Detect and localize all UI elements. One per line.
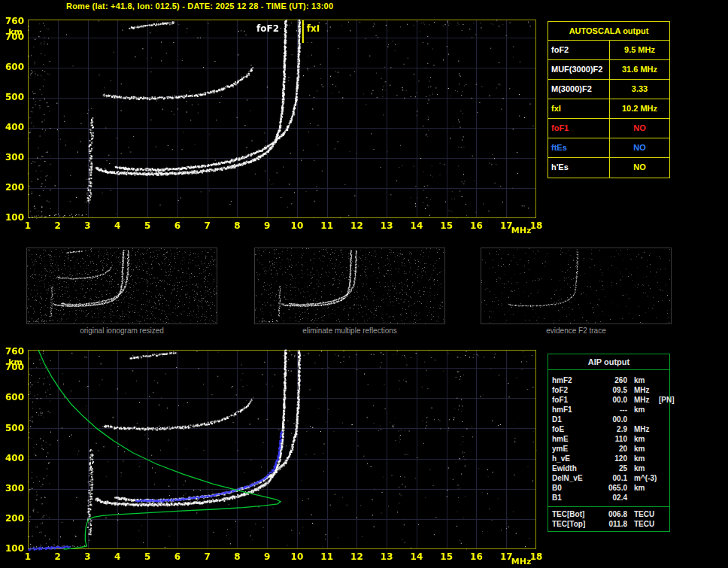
autoscala-output-table: AUTOSCALA output foF2 9.5 MHz MUF(3000)F… xyxy=(548,21,670,178)
aip-label: hmE xyxy=(552,434,599,444)
aip-value: --- xyxy=(599,405,627,415)
aip-value: 110 xyxy=(599,434,627,444)
aip-unit: km xyxy=(634,434,645,444)
aip-value: 006.8 xyxy=(599,509,627,519)
m3000f2-value: 3.33 xyxy=(610,80,669,99)
aip-value: 09.5 xyxy=(599,385,627,395)
muf3000f2-value: 31.6 MHz xyxy=(610,60,669,79)
aip-label: D1 xyxy=(552,415,599,424)
aip-row-hmf2: hmF2260km xyxy=(552,375,669,385)
aip-value: 065.0 xyxy=(599,483,627,493)
aip-value: 00.0 xyxy=(599,395,627,405)
autoscala-window: { "header": { "title": "Rome (lat: +41.8… xyxy=(0,0,728,568)
aip-value: 20 xyxy=(599,444,627,454)
ftes-value: NO xyxy=(610,138,669,157)
aip-unit: km xyxy=(634,375,645,385)
aip-unit: km xyxy=(634,454,645,463)
ftes-label: ftEs xyxy=(548,138,610,157)
m3000f2-label: M(3000)F2 xyxy=(548,80,610,99)
table-row-m3000f2: M(3000)F2 3.33 xyxy=(548,80,669,99)
aip-unit: km xyxy=(634,463,645,473)
thumbnail-original-ionogram xyxy=(26,248,217,324)
table-row-hpes: h'Es NO xyxy=(548,158,669,178)
header-title: Rome (lat: +41.8, lon: 012.5) - DATE: 20… xyxy=(66,2,333,11)
aip-row-fof1: foF100.0MHz[PN] xyxy=(552,395,669,405)
aip-row-b1: B102.4 xyxy=(552,493,669,503)
aip-label: foF1 xyxy=(552,395,599,405)
aip-unit: km xyxy=(634,483,645,493)
aip-unit: km xyxy=(634,444,645,454)
aip-label: h_vE xyxy=(552,454,599,463)
table-row-muf3000f2: MUF(3000)F2 31.6 MHz xyxy=(548,60,669,80)
aip-value: 02.4 xyxy=(599,493,627,503)
aip-row-fof2: foF209.5MHz xyxy=(552,385,669,395)
aip-label: B0 xyxy=(552,483,599,493)
aip-note: [PN] xyxy=(659,395,675,405)
aip-row-hmf1: hmF1---km xyxy=(552,405,669,415)
aip-tec-section: TEC[Bot]006.8TECU TEC[Top]011.8TECU xyxy=(548,506,669,531)
aip-table-title: AIP output xyxy=(548,354,669,370)
aip-unit: MHz xyxy=(634,385,650,395)
aip-row-d1: D100.0 xyxy=(552,415,669,424)
fof1-label: foF1 xyxy=(548,119,610,138)
table-row-ftes: ftEs NO xyxy=(548,138,669,158)
aip-row-tec-top: TEC[Top]011.8TECU xyxy=(552,519,669,529)
aip-row-ewidth: Ewidth25km xyxy=(552,463,669,473)
table-row-fxi: fxI 10.2 MHz xyxy=(548,99,669,119)
table-row-fof1: foF1 NO xyxy=(548,119,669,138)
aip-row-foe: foE2.9MHz xyxy=(552,424,669,434)
aip-unit: km xyxy=(634,405,645,415)
aip-value: 2.9 xyxy=(599,424,627,434)
aip-label: hmF1 xyxy=(552,405,599,415)
fof2-label: foF2 xyxy=(548,41,610,59)
aip-output-table: AIP output hmF2260km foF209.5MHz foF100.… xyxy=(548,354,670,532)
fof1-value: NO xyxy=(610,119,669,138)
aip-unit: MHz xyxy=(634,424,650,434)
aip-row-yme: ymE20km xyxy=(552,444,669,454)
aip-label: ymE xyxy=(552,444,599,454)
aip-label: hmF2 xyxy=(552,375,599,385)
autoscala-table-title: AUTOSCALA output xyxy=(548,22,669,41)
aip-label: foF2 xyxy=(552,385,599,395)
aip-label: DelN_vE xyxy=(552,473,599,483)
hpes-value: NO xyxy=(610,158,669,178)
fxi-label: fxI xyxy=(548,99,610,118)
aip-row-hve: h_vE120km xyxy=(552,454,669,463)
table-row-fof2: foF2 9.5 MHz xyxy=(548,41,669,60)
aip-value: 260 xyxy=(599,375,627,385)
aip-label: B1 xyxy=(552,493,599,503)
aip-row-hme: hmE110km xyxy=(552,434,669,444)
aip-label: TEC[Bot] xyxy=(552,509,599,519)
muf3000f2-label: MUF(3000)F2 xyxy=(548,60,610,79)
top-ionogram-plot xyxy=(0,14,544,239)
thumbnail-f2-trace-evidence xyxy=(481,248,672,324)
aip-label: Ewidth xyxy=(552,463,599,473)
aip-row-tec-bot: TEC[Bot]006.8TECU xyxy=(552,509,669,519)
fof2-value: 9.5 MHz xyxy=(610,41,669,59)
aip-table-body: hmF2260km foF209.5MHz foF100.0MHz[PN] hm… xyxy=(548,370,669,506)
thumbnail-caption-reflections: eliminate multiple reflections xyxy=(254,327,445,335)
aip-value: 00.1 xyxy=(599,473,627,483)
aip-unit: TECU xyxy=(634,519,654,529)
aip-unit: MHz xyxy=(634,395,650,405)
aip-label: foE xyxy=(552,424,599,434)
aip-value: 00.0 xyxy=(599,415,627,424)
aip-row-b0: B0065.0km xyxy=(552,483,669,493)
aip-value: 011.8 xyxy=(599,519,627,529)
hpes-label: h'Es xyxy=(548,158,610,178)
fxi-value: 10.2 MHz xyxy=(610,99,669,118)
aip-label: TEC[Top] xyxy=(552,519,599,529)
thumbnail-caption-f2-trace: evidence F2 trace xyxy=(481,327,672,335)
aip-unit: TECU xyxy=(634,509,654,519)
aip-value: 120 xyxy=(599,454,627,463)
bottom-ionogram-profile-plot xyxy=(0,344,544,568)
aip-value: 25 xyxy=(599,463,627,473)
aip-unit: m^(-3) xyxy=(634,473,657,483)
aip-row-delnve: DelN_vE00.1m^(-3) xyxy=(552,473,669,483)
thumbnail-caption-original: original ionogram resized xyxy=(26,327,217,335)
thumbnail-multiple-reflections-removed xyxy=(254,248,445,324)
